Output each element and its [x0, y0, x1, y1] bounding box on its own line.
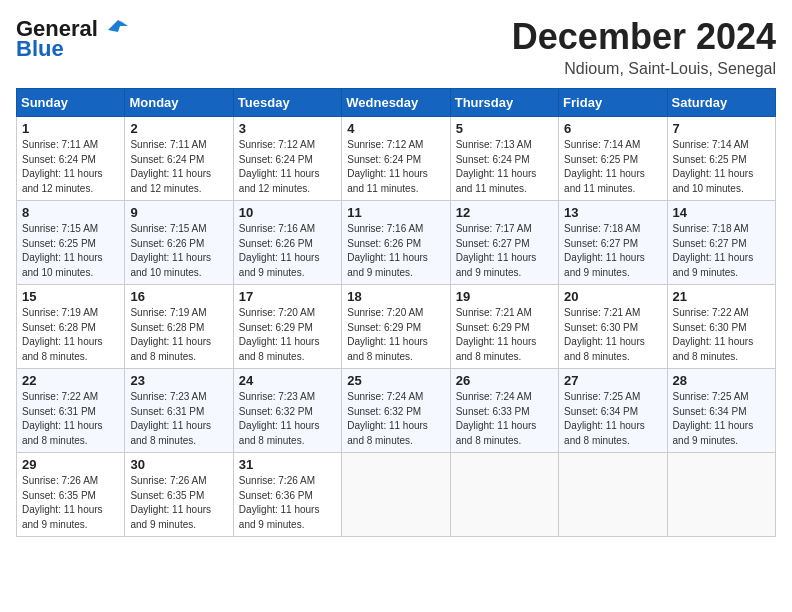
day-number: 25 [347, 373, 444, 388]
weekday-header-tuesday: Tuesday [233, 89, 341, 117]
day-info: Sunrise: 7:18 AM Sunset: 6:27 PM Dayligh… [564, 222, 661, 280]
calendar-cell: 1Sunrise: 7:11 AM Sunset: 6:24 PM Daylig… [17, 117, 125, 201]
calendar-cell: 8Sunrise: 7:15 AM Sunset: 6:25 PM Daylig… [17, 201, 125, 285]
day-number: 31 [239, 457, 336, 472]
calendar-cell: 31Sunrise: 7:26 AM Sunset: 6:36 PM Dayli… [233, 453, 341, 537]
calendar-cell: 6Sunrise: 7:14 AM Sunset: 6:25 PM Daylig… [559, 117, 667, 201]
calendar-cell: 10Sunrise: 7:16 AM Sunset: 6:26 PM Dayli… [233, 201, 341, 285]
day-number: 2 [130, 121, 227, 136]
day-number: 20 [564, 289, 661, 304]
day-number: 18 [347, 289, 444, 304]
calendar-cell: 4Sunrise: 7:12 AM Sunset: 6:24 PM Daylig… [342, 117, 450, 201]
day-number: 5 [456, 121, 553, 136]
day-info: Sunrise: 7:25 AM Sunset: 6:34 PM Dayligh… [673, 390, 770, 448]
calendar-week-row: 1Sunrise: 7:11 AM Sunset: 6:24 PM Daylig… [17, 117, 776, 201]
calendar-cell: 17Sunrise: 7:20 AM Sunset: 6:29 PM Dayli… [233, 285, 341, 369]
day-number: 6 [564, 121, 661, 136]
day-info: Sunrise: 7:23 AM Sunset: 6:32 PM Dayligh… [239, 390, 336, 448]
calendar-week-row: 15Sunrise: 7:19 AM Sunset: 6:28 PM Dayli… [17, 285, 776, 369]
weekday-header-thursday: Thursday [450, 89, 558, 117]
day-info: Sunrise: 7:26 AM Sunset: 6:35 PM Dayligh… [22, 474, 119, 532]
weekday-header-monday: Monday [125, 89, 233, 117]
calendar-cell: 30Sunrise: 7:26 AM Sunset: 6:35 PM Dayli… [125, 453, 233, 537]
day-number: 30 [130, 457, 227, 472]
calendar-cell: 15Sunrise: 7:19 AM Sunset: 6:28 PM Dayli… [17, 285, 125, 369]
weekday-header-wednesday: Wednesday [342, 89, 450, 117]
calendar-header-row: SundayMondayTuesdayWednesdayThursdayFrid… [17, 89, 776, 117]
logo: General Blue [16, 16, 130, 62]
calendar-cell: 13Sunrise: 7:18 AM Sunset: 6:27 PM Dayli… [559, 201, 667, 285]
day-info: Sunrise: 7:21 AM Sunset: 6:30 PM Dayligh… [564, 306, 661, 364]
day-info: Sunrise: 7:14 AM Sunset: 6:25 PM Dayligh… [564, 138, 661, 196]
page-header: General Blue December 2024 Ndioum, Saint… [16, 16, 776, 78]
day-number: 16 [130, 289, 227, 304]
day-info: Sunrise: 7:16 AM Sunset: 6:26 PM Dayligh… [347, 222, 444, 280]
day-number: 22 [22, 373, 119, 388]
calendar-cell: 27Sunrise: 7:25 AM Sunset: 6:34 PM Dayli… [559, 369, 667, 453]
weekday-header-sunday: Sunday [17, 89, 125, 117]
day-info: Sunrise: 7:15 AM Sunset: 6:26 PM Dayligh… [130, 222, 227, 280]
day-info: Sunrise: 7:19 AM Sunset: 6:28 PM Dayligh… [130, 306, 227, 364]
day-number: 3 [239, 121, 336, 136]
calendar-cell: 12Sunrise: 7:17 AM Sunset: 6:27 PM Dayli… [450, 201, 558, 285]
calendar-week-row: 22Sunrise: 7:22 AM Sunset: 6:31 PM Dayli… [17, 369, 776, 453]
calendar-cell: 28Sunrise: 7:25 AM Sunset: 6:34 PM Dayli… [667, 369, 775, 453]
calendar-cell: 25Sunrise: 7:24 AM Sunset: 6:32 PM Dayli… [342, 369, 450, 453]
day-number: 10 [239, 205, 336, 220]
calendar-cell: 21Sunrise: 7:22 AM Sunset: 6:30 PM Dayli… [667, 285, 775, 369]
day-info: Sunrise: 7:18 AM Sunset: 6:27 PM Dayligh… [673, 222, 770, 280]
calendar-cell: 5Sunrise: 7:13 AM Sunset: 6:24 PM Daylig… [450, 117, 558, 201]
day-info: Sunrise: 7:21 AM Sunset: 6:29 PM Dayligh… [456, 306, 553, 364]
day-number: 13 [564, 205, 661, 220]
svg-marker-0 [108, 20, 128, 32]
day-info: Sunrise: 7:26 AM Sunset: 6:35 PM Dayligh… [130, 474, 227, 532]
day-info: Sunrise: 7:24 AM Sunset: 6:32 PM Dayligh… [347, 390, 444, 448]
calendar-cell [342, 453, 450, 537]
day-info: Sunrise: 7:23 AM Sunset: 6:31 PM Dayligh… [130, 390, 227, 448]
day-number: 28 [673, 373, 770, 388]
day-number: 26 [456, 373, 553, 388]
calendar-cell: 18Sunrise: 7:20 AM Sunset: 6:29 PM Dayli… [342, 285, 450, 369]
logo-bird-icon [100, 16, 130, 38]
logo-text-blue: Blue [16, 36, 64, 62]
calendar-cell: 11Sunrise: 7:16 AM Sunset: 6:26 PM Dayli… [342, 201, 450, 285]
day-info: Sunrise: 7:17 AM Sunset: 6:27 PM Dayligh… [456, 222, 553, 280]
calendar-table: SundayMondayTuesdayWednesdayThursdayFrid… [16, 88, 776, 537]
day-info: Sunrise: 7:25 AM Sunset: 6:34 PM Dayligh… [564, 390, 661, 448]
day-number: 8 [22, 205, 119, 220]
day-number: 11 [347, 205, 444, 220]
weekday-header-saturday: Saturday [667, 89, 775, 117]
calendar-cell: 9Sunrise: 7:15 AM Sunset: 6:26 PM Daylig… [125, 201, 233, 285]
day-number: 19 [456, 289, 553, 304]
day-info: Sunrise: 7:22 AM Sunset: 6:30 PM Dayligh… [673, 306, 770, 364]
calendar-cell: 22Sunrise: 7:22 AM Sunset: 6:31 PM Dayli… [17, 369, 125, 453]
day-info: Sunrise: 7:26 AM Sunset: 6:36 PM Dayligh… [239, 474, 336, 532]
calendar-week-row: 29Sunrise: 7:26 AM Sunset: 6:35 PM Dayli… [17, 453, 776, 537]
day-info: Sunrise: 7:12 AM Sunset: 6:24 PM Dayligh… [347, 138, 444, 196]
calendar-cell: 2Sunrise: 7:11 AM Sunset: 6:24 PM Daylig… [125, 117, 233, 201]
day-info: Sunrise: 7:12 AM Sunset: 6:24 PM Dayligh… [239, 138, 336, 196]
calendar-cell: 29Sunrise: 7:26 AM Sunset: 6:35 PM Dayli… [17, 453, 125, 537]
calendar-cell: 26Sunrise: 7:24 AM Sunset: 6:33 PM Dayli… [450, 369, 558, 453]
day-info: Sunrise: 7:19 AM Sunset: 6:28 PM Dayligh… [22, 306, 119, 364]
calendar-cell: 14Sunrise: 7:18 AM Sunset: 6:27 PM Dayli… [667, 201, 775, 285]
calendar-cell: 23Sunrise: 7:23 AM Sunset: 6:31 PM Dayli… [125, 369, 233, 453]
calendar-cell [450, 453, 558, 537]
calendar-cell: 20Sunrise: 7:21 AM Sunset: 6:30 PM Dayli… [559, 285, 667, 369]
day-number: 15 [22, 289, 119, 304]
day-number: 7 [673, 121, 770, 136]
location-title: Ndioum, Saint-Louis, Senegal [512, 60, 776, 78]
month-title: December 2024 [512, 16, 776, 58]
day-number: 17 [239, 289, 336, 304]
calendar-cell [667, 453, 775, 537]
day-number: 9 [130, 205, 227, 220]
day-info: Sunrise: 7:13 AM Sunset: 6:24 PM Dayligh… [456, 138, 553, 196]
day-info: Sunrise: 7:20 AM Sunset: 6:29 PM Dayligh… [347, 306, 444, 364]
day-number: 1 [22, 121, 119, 136]
calendar-cell: 3Sunrise: 7:12 AM Sunset: 6:24 PM Daylig… [233, 117, 341, 201]
day-info: Sunrise: 7:11 AM Sunset: 6:24 PM Dayligh… [22, 138, 119, 196]
day-number: 14 [673, 205, 770, 220]
calendar-week-row: 8Sunrise: 7:15 AM Sunset: 6:25 PM Daylig… [17, 201, 776, 285]
day-number: 27 [564, 373, 661, 388]
weekday-header-friday: Friday [559, 89, 667, 117]
